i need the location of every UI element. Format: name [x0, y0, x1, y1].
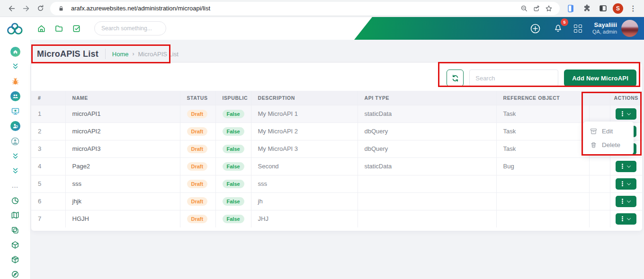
row-actions-button[interactable]	[616, 178, 636, 190]
breadcrumb-home-link[interactable]: Home	[112, 51, 129, 58]
cell-num: 5	[31, 175, 65, 192]
sidebar-bug-icon[interactable]	[10, 77, 20, 86]
sidebar-compass-icon[interactable]	[10, 270, 20, 279]
sidebar-monitor-icon[interactable]	[10, 107, 20, 116]
row-actions-button[interactable]	[616, 213, 636, 225]
forward-icon[interactable]	[19, 1, 33, 16]
sidebar-user-search-icon[interactable]	[10, 122, 20, 131]
url-bar[interactable]: arafx.azurewebsites.net/administration/m…	[50, 2, 560, 15]
sidebar-more-icon[interactable]: ...	[10, 181, 20, 190]
kebab-dots-icon	[622, 218, 623, 219]
page-head: MicroAPIS List Home › MicroAPIS List	[37, 45, 179, 63]
kebab-dots-icon	[622, 183, 623, 184]
browser-profile-avatar[interactable]: S	[613, 3, 623, 14]
cell-description: My MicroAPI 2	[251, 122, 358, 140]
ispublic-badge: False	[223, 197, 244, 206]
cell-num: 4	[31, 157, 65, 175]
url-text[interactable]: arafx.azurewebsites.net/administration/m…	[71, 5, 518, 12]
cell-num: 6	[31, 192, 65, 210]
cell-ispublic: False	[215, 122, 251, 140]
column-header-ispublic: ISPUBLIC	[215, 91, 251, 105]
column-header-description: DESCRIPTION	[251, 91, 358, 105]
table-row: 6jhjkDraftFalsejh	[31, 192, 642, 210]
app-logo[interactable]	[0, 17, 31, 40]
home-icon[interactable]	[35, 22, 48, 35]
user-avatar[interactable]	[621, 20, 638, 37]
row-actions-button[interactable]	[616, 161, 636, 172]
status-badge: Draft	[187, 145, 208, 153]
cell-spacer	[589, 105, 610, 122]
cell-api-type: dbQuery	[358, 122, 496, 140]
folder-icon[interactable]	[52, 22, 65, 35]
sidebar-copy-icon[interactable]	[10, 226, 20, 235]
row-actions-button[interactable]	[616, 108, 636, 120]
column-header-name: NAME	[65, 91, 180, 105]
cell-actions	[610, 105, 642, 122]
quick-icons	[35, 22, 83, 35]
sidebar-profile-icon[interactable]	[10, 137, 20, 146]
kebab-dots-icon	[622, 201, 623, 202]
cell-status: Draft	[180, 210, 215, 227]
sidebar-cube-icon[interactable]	[10, 240, 20, 249]
cell-reference-object: Bug	[496, 157, 589, 175]
global-search-input[interactable]	[94, 21, 166, 35]
table-header-row: #NAMESTATUSISPUBLICDESCRIPTIONAPI TYPERE…	[31, 91, 642, 105]
ispublic-badge: False	[223, 127, 244, 136]
table-row: 1microAPI1DraftFalseMy MicroAPI 1staticD…	[31, 105, 642, 122]
menu-item-delete-label: Delete	[602, 141, 620, 148]
table-search-input[interactable]	[469, 70, 558, 87]
user-name: Sayaliiii	[592, 21, 617, 29]
browser-menu-icon[interactable]: ⋮	[627, 2, 639, 15]
cell-spacer	[589, 175, 610, 192]
chrome-right-icons: S ⋮	[564, 2, 639, 15]
notifications-bell-icon[interactable]: 5	[551, 22, 564, 35]
share-icon[interactable]	[530, 2, 543, 15]
sidebar-package-icon[interactable]	[10, 255, 20, 264]
check-task-icon[interactable]	[70, 22, 83, 35]
sidebar-expand-chevrons-icon[interactable]	[10, 166, 20, 175]
sidebar-pie-chart-icon[interactable]	[10, 196, 20, 205]
header-gradient: 5 Sayaliiii QA, admin	[354, 17, 644, 40]
status-badge: Draft	[187, 162, 208, 171]
table-row: 7HGJHDraftFalseJHJ	[31, 210, 642, 227]
cell-status: Draft	[180, 175, 215, 192]
back-icon[interactable]	[5, 1, 19, 16]
status-badge: Draft	[187, 197, 208, 206]
user-info[interactable]: Sayaliiii QA, admin	[592, 21, 617, 35]
menu-item-edit[interactable]: Edit	[583, 124, 634, 138]
cell-status: Draft	[180, 105, 215, 122]
apps-grid-icon[interactable]	[574, 25, 582, 33]
ispublic-badge: False	[223, 162, 244, 171]
refresh-button[interactable]	[447, 70, 464, 87]
cell-name: HGJH	[65, 210, 180, 227]
cell-description: My MicroAPI 3	[251, 140, 358, 157]
cell-actions	[610, 192, 642, 210]
cell-reference-object: Task	[496, 122, 589, 140]
side-panel-icon[interactable]	[597, 2, 609, 15]
reading-list-icon[interactable]	[564, 2, 577, 15]
column-header-spacer	[589, 91, 610, 105]
sidebar-home-icon[interactable]	[10, 47, 20, 56]
add-new-microapi-button[interactable]: Add New MicroAPI	[564, 70, 636, 87]
zoom-out-icon[interactable]	[518, 2, 530, 15]
cell-name: microAPI1	[65, 105, 180, 122]
breadcrumb: Home › MicroAPIS List	[112, 51, 179, 58]
sidebar-users-icon[interactable]	[10, 92, 20, 101]
extensions-puzzle-icon[interactable]	[581, 2, 593, 15]
column-header-reference-object: REFERENCE OBJECT	[496, 91, 589, 105]
row-actions-button[interactable]	[616, 196, 636, 207]
sidebar-map-icon[interactable]	[10, 211, 20, 220]
cell-api-type: staticData	[358, 105, 496, 122]
bookmark-star-icon[interactable]	[543, 2, 555, 15]
reload-icon[interactable]	[33, 1, 47, 16]
sidebar-expand-chevrons-icon[interactable]	[10, 62, 20, 71]
cell-status: Draft	[180, 122, 215, 140]
add-quick-icon[interactable]	[528, 22, 542, 35]
cell-status: Draft	[180, 140, 215, 157]
sidebar-expand-chevrons-icon[interactable]	[10, 152, 20, 161]
menu-item-delete[interactable]: Delete	[583, 138, 634, 152]
chevron-down-icon	[627, 216, 631, 220]
cell-reference-object	[496, 175, 589, 192]
cell-name: microAPI2	[65, 122, 180, 140]
app-header: 5 Sayaliiii QA, admin	[0, 17, 644, 40]
